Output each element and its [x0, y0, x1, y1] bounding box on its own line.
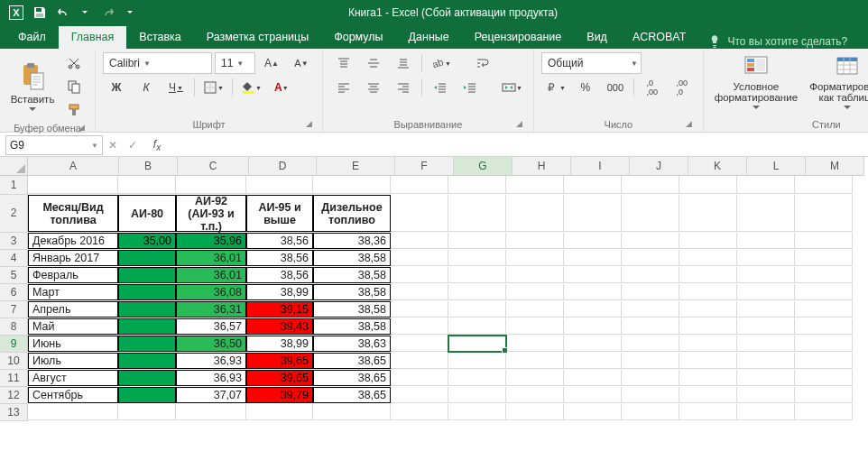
- row-header[interactable]: 8: [0, 318, 28, 336]
- cell[interactable]: [679, 370, 737, 386]
- decrease-indent-button[interactable]: [427, 77, 454, 98]
- cell[interactable]: [564, 195, 622, 232]
- cell[interactable]: 38,56: [246, 250, 313, 266]
- tab-review[interactable]: Рецензирование: [462, 26, 575, 49]
- cell[interactable]: АИ-95 и выше: [246, 195, 313, 232]
- cell[interactable]: [679, 404, 737, 420]
- cell[interactable]: [391, 176, 448, 194]
- cell[interactable]: 38,99: [246, 336, 313, 352]
- row-header[interactable]: 4: [0, 250, 28, 267]
- cell[interactable]: [564, 250, 622, 266]
- tab-view[interactable]: Вид: [574, 26, 620, 49]
- cell[interactable]: 36,93: [176, 353, 246, 369]
- cell[interactable]: [679, 353, 737, 369]
- cell[interactable]: [448, 387, 506, 403]
- cell[interactable]: [679, 250, 737, 266]
- cell[interactable]: [391, 336, 448, 352]
- cell[interactable]: 35,00: [118, 233, 176, 249]
- paste-button[interactable]: Вставить: [7, 58, 58, 115]
- cell[interactable]: [176, 404, 246, 420]
- cut-button[interactable]: [60, 52, 88, 74]
- cell[interactable]: [118, 284, 176, 300]
- cell[interactable]: [795, 336, 853, 352]
- col-header[interactable]: B: [119, 157, 178, 176]
- row-header[interactable]: 2: [0, 195, 28, 233]
- cell[interactable]: [622, 267, 679, 283]
- cell[interactable]: [391, 301, 448, 318]
- cell[interactable]: [118, 404, 176, 420]
- cell[interactable]: 38,58: [313, 267, 391, 283]
- cell[interactable]: [795, 233, 853, 249]
- cell[interactable]: [679, 387, 737, 403]
- font-name-combo[interactable]: Calibri▼: [103, 52, 212, 74]
- col-header[interactable]: C: [178, 157, 249, 176]
- orientation-button[interactable]: ab▼: [427, 52, 455, 74]
- decrease-decimal-button[interactable]: ,00,0: [669, 77, 696, 98]
- cell[interactable]: [795, 318, 853, 335]
- cell[interactable]: [622, 301, 679, 318]
- tab-file[interactable]: Файл: [5, 26, 59, 49]
- cell[interactable]: [737, 176, 795, 194]
- cell[interactable]: [564, 404, 622, 420]
- cell[interactable]: 36,01: [176, 267, 246, 283]
- comma-button[interactable]: 000: [602, 77, 629, 98]
- cell[interactable]: [118, 301, 176, 318]
- cell[interactable]: [622, 195, 679, 232]
- row-header[interactable]: 9: [0, 336, 28, 353]
- cell[interactable]: [391, 195, 448, 232]
- align-top-button[interactable]: [330, 52, 357, 74]
- align-middle-button[interactable]: [360, 52, 387, 74]
- cell[interactable]: [118, 318, 176, 335]
- tab-home[interactable]: Главная: [59, 26, 127, 49]
- cell[interactable]: [679, 267, 737, 283]
- cell[interactable]: [622, 370, 679, 386]
- wrap-text-button[interactable]: [469, 52, 496, 74]
- cell[interactable]: [506, 336, 564, 352]
- cell[interactable]: [737, 284, 795, 300]
- cell[interactable]: [795, 284, 853, 300]
- col-header[interactable]: H: [512, 157, 571, 176]
- cell[interactable]: [679, 336, 737, 352]
- cell[interactable]: [622, 233, 679, 249]
- decrease-font-button[interactable]: A▼: [288, 52, 315, 74]
- cell[interactable]: [448, 318, 506, 335]
- cell[interactable]: Май: [28, 318, 118, 335]
- merge-button[interactable]: ▼: [498, 77, 526, 98]
- cell[interactable]: [448, 267, 506, 283]
- cell[interactable]: [795, 353, 853, 369]
- cell[interactable]: 38,36: [313, 233, 391, 249]
- fill-color-button[interactable]: ▼: [237, 77, 265, 98]
- cell[interactable]: [448, 176, 506, 194]
- tab-data[interactable]: Данные: [396, 26, 462, 49]
- tab-formulas[interactable]: Формулы: [321, 26, 395, 49]
- cell[interactable]: [622, 318, 679, 335]
- cell[interactable]: Март: [28, 284, 118, 300]
- conditional-formatting-button[interactable]: Условное форматирование: [711, 52, 801, 110]
- cell[interactable]: [118, 387, 176, 403]
- cell[interactable]: [313, 404, 391, 420]
- col-header[interactable]: E: [317, 157, 395, 176]
- cell[interactable]: Апрель: [28, 301, 118, 318]
- col-header[interactable]: A: [28, 157, 119, 176]
- number-format-combo[interactable]: Общий▼: [541, 52, 642, 74]
- cell[interactable]: 38,99: [246, 284, 313, 300]
- cell[interactable]: Месяц/Вид топлива: [28, 195, 118, 232]
- cell[interactable]: [737, 370, 795, 386]
- cell[interactable]: [506, 267, 564, 283]
- cell[interactable]: 36,50: [176, 336, 246, 352]
- cell[interactable]: [737, 387, 795, 403]
- cell[interactable]: Сентябрь: [28, 387, 118, 403]
- cell[interactable]: 39,65: [246, 370, 313, 386]
- cell[interactable]: [448, 250, 506, 266]
- cell[interactable]: [564, 301, 622, 318]
- cell[interactable]: 36,93: [176, 370, 246, 386]
- cell[interactable]: [795, 301, 853, 318]
- cell[interactable]: [795, 370, 853, 386]
- percent-button[interactable]: %: [572, 77, 599, 98]
- cell[interactable]: [622, 284, 679, 300]
- cell[interactable]: 36,01: [176, 250, 246, 266]
- cell[interactable]: 38,58: [313, 284, 391, 300]
- cell[interactable]: 39,15: [246, 301, 313, 318]
- cell[interactable]: 38,58: [313, 250, 391, 266]
- dialog-launcher-icon[interactable]: ◢: [302, 117, 315, 130]
